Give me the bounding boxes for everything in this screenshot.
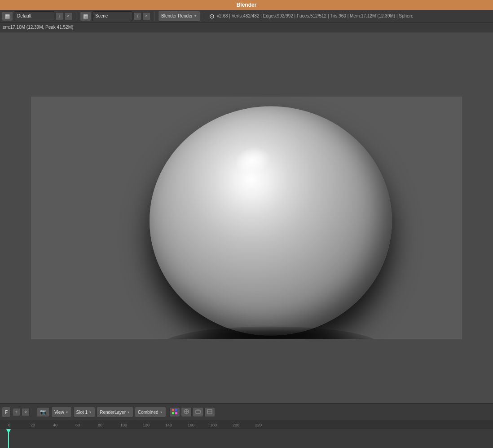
toolbar-separator-2 <box>154 12 154 21</box>
grid-icon: ▦ <box>5 13 10 19</box>
engine-label: Blender Render <box>161 13 193 18</box>
engine-arrow-icon: ▾ <box>194 14 196 18</box>
render-icon-4[interactable] <box>204 407 215 417</box>
layout-icon-btn[interactable]: ▦ <box>2 11 13 21</box>
ruler-mark-200: 200 <box>233 423 239 427</box>
render-icon-2-glyph <box>183 408 189 416</box>
render-slot-add-button[interactable]: + <box>12 408 20 416</box>
render-icon-1-glyph <box>172 408 178 416</box>
app-title: Blender <box>237 2 257 8</box>
ruler-mark-140: 140 <box>165 423 172 427</box>
scene-group: ▦ + × <box>80 11 150 21</box>
svg-rect-7 <box>196 410 200 413</box>
blender-info-group: ⊙ v2.68 | Verts:482/482 | Edges:992/992 … <box>208 12 414 20</box>
render-slot-remove-button[interactable]: × <box>22 408 30 416</box>
layout-add-button[interactable]: + <box>55 12 63 20</box>
timeline-ruler: 020406080100120140160180200220 <box>0 421 493 429</box>
view-dropdown[interactable]: View ▾ <box>51 407 72 417</box>
camera-icon-btn[interactable]: 📷 <box>37 407 50 417</box>
svg-rect-1 <box>175 409 177 411</box>
renderlayer-dropdown[interactable]: RenderLayer ▾ <box>97 407 133 417</box>
blender-logo-icon: ⊙ <box>208 12 216 20</box>
slot-label: Slot 1 <box>76 410 88 415</box>
status-bar: em:17.10M (12.39M, Peak 41.52M) <box>0 22 493 32</box>
render-engine-dropdown[interactable]: Blender Render ▾ <box>158 11 200 22</box>
ruler-mark-100: 100 <box>120 423 127 427</box>
scene-remove-button[interactable]: × <box>142 12 150 20</box>
combined-arrow-icon: ▾ <box>160 410 162 414</box>
combined-dropdown[interactable]: Combined ▾ <box>135 407 166 417</box>
sphere-shadow <box>163 326 379 339</box>
layout-remove-button[interactable]: × <box>64 12 72 20</box>
toolbar-separator-1 <box>76 12 76 21</box>
top-toolbar: ▦ + × ▦ + × Blender Render ▾ ⊙ v2.68 | V… <box>0 10 493 22</box>
view-arrow-icon: ▾ <box>66 410 68 414</box>
ruler-mark-80: 80 <box>98 423 102 427</box>
timeline-area: 020406080100120140160180200220 <box>0 421 493 448</box>
ruler-mark-40: 40 <box>53 423 57 427</box>
scene-grid-icon: ▦ <box>83 13 88 19</box>
ruler-mark-220: 220 <box>255 423 262 427</box>
ruler-mark-60: 60 <box>75 423 80 427</box>
render-bottom-toolbar: F + × 📷 View ▾ Slot 1 ▾ RenderLayer ▾ Co… <box>0 403 493 421</box>
f-button[interactable]: F <box>2 407 11 417</box>
ruler-mark-180: 180 <box>210 423 217 427</box>
svg-rect-0 <box>172 409 174 411</box>
layout-group: ▦ + × <box>2 11 72 21</box>
render-icon-4-glyph <box>207 408 213 416</box>
version-info: v2.68 | Verts:482/482 | Edges:992/992 | … <box>217 13 414 18</box>
toolbar-separator-3 <box>204 12 204 21</box>
title-bar: Blender <box>0 0 493 10</box>
combined-label: Combined <box>138 410 158 415</box>
engine-group: Blender Render ▾ <box>158 11 200 22</box>
render-icon-2[interactable] <box>181 407 192 417</box>
camera-icon: 📷 <box>40 409 47 415</box>
slot-arrow-icon: ▾ <box>89 410 91 414</box>
sphere-container <box>150 106 392 339</box>
scene-input[interactable] <box>92 11 132 21</box>
renderlayer-arrow-icon: ▾ <box>128 410 129 414</box>
render-canvas <box>31 97 462 339</box>
render-view-icons <box>169 407 215 417</box>
scene-icon-btn[interactable]: ▦ <box>80 11 91 21</box>
rendered-sphere <box>150 106 392 335</box>
ruler-mark-160: 160 <box>188 423 194 427</box>
mem-info: em:17.10M (12.39M, Peak 41.52M) <box>3 25 73 30</box>
ruler-mark-120: 120 <box>143 423 150 427</box>
svg-rect-2 <box>172 412 174 414</box>
layout-input[interactable] <box>14 11 54 21</box>
svg-rect-3 <box>175 412 177 414</box>
renderlayer-label: RenderLayer <box>100 410 126 415</box>
timeline-track[interactable] <box>0 429 493 448</box>
ruler-mark-20: 20 <box>31 423 35 427</box>
ruler-mark-0: 0 <box>8 423 10 427</box>
timeline-cursor <box>8 429 9 448</box>
slot-dropdown[interactable]: Slot 1 ▾ <box>73 407 96 417</box>
scene-add-button[interactable]: + <box>133 12 141 20</box>
render-icon-3-glyph <box>195 408 201 416</box>
sphere-highlight <box>232 143 273 179</box>
render-icon-3[interactable] <box>193 407 203 417</box>
render-icon-1[interactable] <box>169 407 180 417</box>
view-label: View <box>54 410 64 415</box>
main-render-area <box>0 32 493 403</box>
